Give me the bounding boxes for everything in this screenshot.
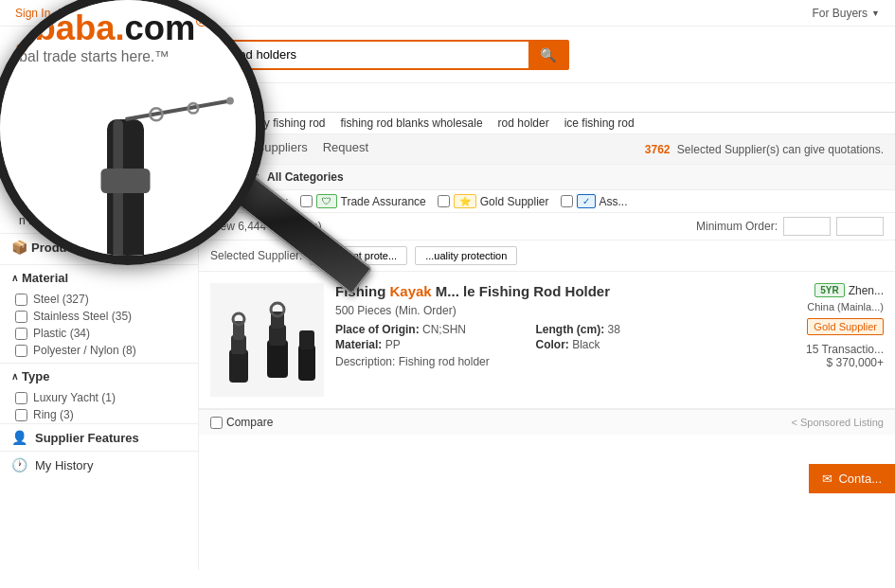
keyword-tag-1[interactable]: fishing rod [87,116,139,130]
quality-protection-tag[interactable]: ...uality protection [415,246,517,265]
filter-steel[interactable]: Steel (327) [0,291,198,308]
selected-supplier-row: Selected Supplier: Payment prote... ...u… [199,241,895,272]
steel-checkbox[interactable] [15,294,27,306]
min-order-input[interactable] [783,217,831,236]
sidebar-sports-entertainment[interactable]: Sports & Entertainment [0,173,198,195]
product-attrs-1: Place of Origin: CN;SHN Length (cm): 38 … [335,323,721,351]
suppliers-label[interactable]: Suppliers [257,140,308,158]
tab-sourcing[interactable]: Sourcing [0,83,91,112]
plastic-checkbox[interactable] [15,328,27,340]
logo-area: alibaba.com® Global trade starts here.™ [15,34,224,75]
gold-supplier-filter[interactable]: ⭐ Gold Supplier [438,194,549,208]
sidebar-product-features[interactable]: 📦 Product Features [0,233,198,260]
sign-in-link[interactable]: Sign In [15,7,50,20]
polyester-label: Polyester / Nylon (8) [33,344,136,357]
product-image-1 [210,283,324,397]
sidebar-type-section[interactable]: ∧ Type [0,363,198,389]
svg-rect-15 [298,345,315,381]
keyword-prefix: rod holders [15,116,72,130]
attr-color: Color: Black [536,338,722,351]
filter-plastic[interactable]: Plastic (34) [0,325,198,342]
min-order-label: Minimum Order: [696,220,778,233]
search-icon: 🔍 [540,47,556,62]
contact-button[interactable]: ✉ Conta... [809,464,895,493]
join-free-link[interactable]: Join Free [68,7,116,20]
search-input[interactable] [225,42,528,67]
assessed-badge: ✓ [577,194,596,208]
polyester-checkbox[interactable] [15,345,27,357]
moq-suffix: (Min. Order) [395,304,456,317]
moq-value: 500 Pieces [335,304,391,317]
trade-assurance-filter[interactable]: 🛡 Trade Assurance [300,194,426,208]
product-link-1[interactable]: Fishing Kayak M... le Fishing Rod Holder [335,283,610,299]
request-label[interactable]: Request [323,140,368,158]
supplier-name-1[interactable]: Zhen... [849,284,884,297]
attr-length: Length (cm): 38 [536,323,722,336]
sidebar-my-history[interactable]: 🕐 My History [0,451,198,478]
filter-ring[interactable]: Ring (3) [0,406,198,423]
gold-supplier-badge-icon: ⭐ [454,194,476,208]
min-order-input-2[interactable] [836,217,884,236]
luxury-yacht-checkbox[interactable] [15,392,27,404]
product-highlight-kayak: Kayak [390,283,432,299]
stainless-checkbox[interactable] [15,311,27,323]
assessed-checkbox[interactable] [561,195,573,207]
gold-supplier-label: Gold Supplier [480,195,549,208]
my-alibaba-link[interactable]: My Ali... [134,7,174,20]
for-buyers-arrow: ▼ [871,9,880,18]
view-count-text: View 6,444 Product(s) [210,220,322,233]
type-label: Type [22,369,49,383]
separator-1: | [58,7,61,20]
keyword-tag-3[interactable]: fly fishing rod [259,116,326,130]
gold-supplier-badge-1: Gold Supplier [807,318,884,335]
separator-2: | [124,7,127,20]
suppliers-tabs: Pro... Suppliers Request [210,140,368,158]
keyword-tag-2[interactable]: fishing rod blanks [154,116,242,130]
luxury-yacht-label: Luxury Yacht (1) [33,391,116,404]
message-icon: ✉ [822,472,832,486]
trade-assurance-badge: 🛡 [316,194,337,208]
product-description-1: Description: Fishing rod holder [335,355,721,368]
logo-text: alibaba.com® [15,34,167,63]
payment-protection-tag[interactable]: Payment prote... [310,246,407,265]
attr-length-key: Length (cm): [536,323,605,336]
box-icon: 📦 [11,240,27,255]
filter-polyester[interactable]: Polyester / Nylon (8) [0,342,198,359]
keyword-tag-6[interactable]: ice fishing rod [564,116,635,130]
product-moq-1: 500 Pieces (Min. Order) [335,303,721,317]
filter-stainless[interactable]: Stainless Steel (35) [0,308,198,325]
keyword-tag-4[interactable]: fishing rod blanks wholesale [341,116,483,130]
product-features-label: Product Features [31,241,133,255]
search-button[interactable]: 🔍 [528,42,567,68]
compare-row: Compare < Sponsored Listing [199,409,895,435]
assessed-filter[interactable]: ✓ Ass... [561,194,628,208]
min-order-section: Minimum Order: [696,217,884,236]
keyword-tag-5[interactable]: rod holder [498,116,549,130]
header-main: alibaba.com® Global trade starts here.™ … [0,27,895,83]
view-count-row: View 6,444 Product(s) Minimum Order: [199,213,895,241]
svg-rect-16 [299,330,314,349]
product-item-1: Fishing Kayak M... le Fishing Rod Holder… [199,272,895,409]
for-buyers-button[interactable]: For Buyers ▼ [812,7,880,20]
category-row: Category: All Categories [199,165,895,190]
sidebar-header: ☰ Related Category [0,142,198,169]
compare-checkbox[interactable]: Compare [210,416,273,429]
sidebar-title: Related Category [31,148,140,163]
product-title-1[interactable]: Fishing Kayak M... le Fishing Rod Holder [335,283,721,299]
compare-label: Compare [226,416,273,429]
sidebar-material-section[interactable]: ∧ Material [0,264,198,291]
supplier-rating-1: 5YR Zhen... [732,283,884,297]
svg-rect-7 [229,349,248,383]
supplier-revenue-1: $ 370,000+ [732,356,884,369]
sidebar-product[interactable]: n Product... [0,212,198,229]
sidebar-supplier-features[interactable]: 👤 Supplier Features [0,423,198,451]
compare-check-input[interactable] [210,417,223,429]
ring-checkbox[interactable] [15,409,27,421]
attr-origin-value: CN;SHN [422,323,466,336]
gold-supplier-checkbox[interactable] [438,195,450,207]
sidebar-fishing-rods[interactable]: ng Rods (1788) [0,195,198,212]
search-box: 🔍 [224,40,569,70]
filter-luxury-yacht[interactable]: Luxury Yacht (1) [0,389,198,406]
tab-wholesale[interactable]: Wholesale [91,83,187,112]
trade-assurance-checkbox[interactable] [300,195,313,207]
